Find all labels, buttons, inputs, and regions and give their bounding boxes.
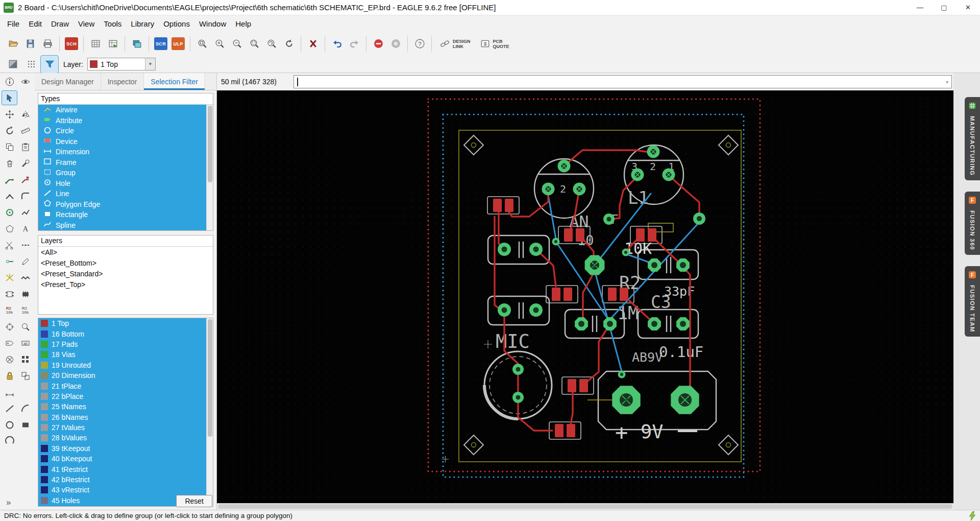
ruler-tool[interactable]: [18, 124, 33, 137]
horizontal-scrollbar-thumb[interactable]: [218, 504, 952, 509]
layer-42-brestrict[interactable]: 42 bRestrict: [38, 475, 213, 485]
pin-tool[interactable]: [2, 254, 17, 268]
type-filter-polygon-edge[interactable]: Polygon Edge: [38, 199, 213, 210]
layer-16-bottom[interactable]: 16 Bottom: [38, 328, 213, 339]
redo-button[interactable]: [346, 35, 363, 53]
zoom-select-button[interactable]: [246, 35, 263, 53]
grid-settings-button[interactable]: [104, 35, 121, 53]
text-tool[interactable]: A: [18, 222, 33, 235]
layer-26-bnames[interactable]: 26 bNames: [38, 412, 213, 422]
print-button[interactable]: [39, 35, 56, 53]
smash-tool[interactable]: R210k: [2, 303, 17, 317]
layer-28-bvalues[interactable]: 28 bValues: [38, 433, 213, 443]
type-filter-group[interactable]: Group: [38, 168, 213, 178]
move-tool[interactable]: [2, 107, 17, 121]
dock-tab-fusion-360[interactable]: FFUSION 360: [965, 192, 980, 255]
dropdown-arrow-icon[interactable]: ▼: [145, 58, 155, 70]
layers-scrollbar[interactable]: [206, 318, 213, 506]
dock-tab-fusion-team[interactable]: FFUSION TEAM: [965, 266, 980, 337]
show-tool[interactable]: [18, 75, 33, 88]
dimension-tool[interactable]: [2, 385, 17, 399]
copy-tool[interactable]: [2, 140, 17, 154]
maximize-button[interactable]: ▢: [932, 0, 956, 15]
dash-tool[interactable]: [18, 238, 33, 252]
menu-library[interactable]: Library: [126, 17, 159, 31]
type-filter-spline[interactable]: Spline: [38, 220, 213, 231]
grid-toggle-button[interactable]: [22, 56, 40, 73]
drill-tool[interactable]: [2, 352, 17, 366]
menu-help[interactable]: Help: [231, 17, 256, 31]
grid-button[interactable]: [87, 35, 104, 53]
mirror-tool[interactable]: [18, 107, 33, 121]
tab-design-manager[interactable]: Design Manager: [35, 73, 101, 90]
dock-tab-manufacturing[interactable]: MANUFACTURING: [965, 97, 980, 180]
rotate-tool[interactable]: [2, 124, 17, 137]
pencil-tool[interactable]: [18, 254, 33, 268]
close-button[interactable]: ✕: [956, 0, 980, 15]
route-tool[interactable]: [2, 173, 17, 186]
layer-18-vias[interactable]: 18 Vias: [38, 349, 213, 360]
help-button[interactable]: ?: [411, 35, 428, 53]
design-link-button[interactable]: DESIGNLINK: [435, 35, 475, 53]
command-history-arrow-icon[interactable]: ▾: [946, 79, 948, 85]
label-tool[interactable]: ab: [18, 336, 33, 350]
type-filter-line[interactable]: Line: [38, 188, 213, 199]
ripup-tool[interactable]: [18, 173, 33, 186]
split-tool[interactable]: [2, 189, 17, 203]
zoom-redraw-button[interactable]: [263, 35, 280, 53]
layer-17-pads[interactable]: 17 Pads: [38, 339, 213, 349]
layer-27-tvalues[interactable]: 27 tValues: [38, 422, 213, 433]
layer-39-tkeepout[interactable]: 39 tKeepout: [38, 443, 213, 454]
stop-button[interactable]: [370, 35, 387, 53]
optimize-tool[interactable]: [18, 205, 33, 219]
undo-button[interactable]: [328, 35, 346, 53]
type-filter-circle[interactable]: Circle: [38, 126, 213, 136]
layer-19-unrouted[interactable]: 19 Unrouted: [38, 360, 213, 370]
ratsnest-tool[interactable]: [2, 271, 17, 285]
layer-21-tplace[interactable]: 21 tPlace: [38, 381, 213, 391]
signal-tool[interactable]: [18, 271, 33, 285]
palette-expander[interactable]: »: [6, 498, 11, 508]
miter-tool[interactable]: [18, 189, 33, 203]
type-filter-frame[interactable]: Frame: [38, 157, 213, 168]
type-filter-dimension[interactable]: Dimension: [38, 147, 213, 157]
layer-1-top[interactable]: 1 Top: [38, 318, 213, 328]
package-tool[interactable]: [18, 287, 33, 301]
array-tool[interactable]: [18, 352, 33, 366]
recopy-tool[interactable]: [18, 369, 33, 383]
slice-tool[interactable]: [2, 238, 17, 252]
layer-setup-button[interactable]: [128, 35, 145, 53]
info-tool[interactable]: [2, 75, 17, 88]
selection-filter-toggle[interactable]: [41, 56, 58, 73]
tab-inspector[interactable]: Inspector: [101, 73, 144, 90]
reset-button[interactable]: Reset: [176, 495, 212, 507]
display-layers-button[interactable]: [4, 56, 21, 73]
menu-tools[interactable]: Tools: [99, 17, 126, 31]
script-button[interactable]: SCR: [152, 35, 169, 53]
rect-tool[interactable]: [18, 418, 33, 432]
zoom-fit-button[interactable]: [193, 35, 211, 53]
pcb-quote-button[interactable]: $PCBQUOTE: [475, 35, 514, 53]
layer-dropdown[interactable]: 1 Top ▼: [87, 58, 156, 70]
crosshair-tool[interactable]: [2, 320, 17, 334]
command-input[interactable]: ▾: [293, 75, 952, 88]
attribute-tool-tool[interactable]: [2, 336, 17, 350]
cancel-button[interactable]: [304, 35, 322, 53]
footprint-tool[interactable]: [2, 287, 17, 301]
type-filter-device[interactable]: Device: [38, 136, 213, 147]
value-tool[interactable]: R210k: [18, 303, 33, 317]
zoom-out-button[interactable]: [228, 35, 246, 53]
arc2-tool[interactable]: [2, 434, 17, 448]
horizontal-scrollbar[interactable]: [217, 503, 953, 510]
save-button[interactable]: [21, 35, 39, 53]
tab-selection-filter[interactable]: Selection Filter: [144, 73, 205, 90]
menu-options[interactable]: Options: [159, 17, 194, 31]
layer-43-vrestrict[interactable]: 43 vRestrict: [38, 485, 213, 495]
layer-20-dimension[interactable]: 20 Dimension: [38, 370, 213, 381]
menu-view[interactable]: View: [74, 17, 99, 31]
menu-window[interactable]: Window: [194, 17, 231, 31]
menu-draw[interactable]: Draw: [46, 17, 74, 31]
circle-tool[interactable]: [2, 418, 17, 432]
pcb-canvas[interactable]: 3 2 1 3 2 1 L1 AN F 10 10K R2 1M C3 33pF…: [217, 90, 953, 503]
layer-25-tnames[interactable]: 25 tNames: [38, 401, 213, 412]
